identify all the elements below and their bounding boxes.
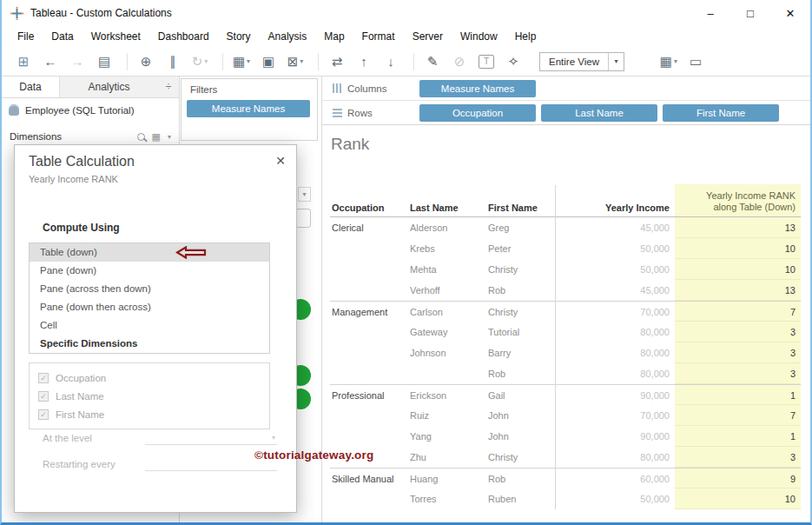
crosstab: Occupation Last Name First Name Yearly I… xyxy=(330,185,801,509)
new-worksheet-icon[interactable]: ▦▾ xyxy=(230,50,253,73)
menu-item-analysis[interactable]: Analysis xyxy=(260,30,316,43)
checkbox-label: Last Name xyxy=(56,391,104,402)
sort-descending-icon[interactable]: ↓ xyxy=(380,50,402,73)
filter-pill-measure-names[interactable]: Measure Names xyxy=(187,100,310,117)
pane-options-icon[interactable]: ÷ xyxy=(158,76,179,97)
window-title: Tableau - Custom Calculations xyxy=(30,7,172,19)
menu-item-format[interactable]: Format xyxy=(353,30,404,43)
checkbox-first-name: ✓ xyxy=(38,409,49,420)
cell-yearly-income[interactable]: 45,000 xyxy=(556,280,675,301)
pause-updates-icon[interactable]: ∥ xyxy=(162,50,184,73)
menu-item-story[interactable]: Story xyxy=(218,30,260,43)
cell-rank[interactable]: 13 xyxy=(675,280,801,301)
cell-yearly-income[interactable]: 50,000 xyxy=(556,238,675,259)
datasource-item[interactable]: Employee (SQL Tutorial) xyxy=(2,98,179,122)
cell-yearly-income[interactable]: 80,000 xyxy=(556,322,675,342)
mark-labels-icon[interactable]: T xyxy=(475,50,498,73)
redo-icon[interactable]: → xyxy=(66,50,89,73)
cell-rank[interactable]: 10 xyxy=(675,259,801,280)
cell-yearly-income[interactable]: 80,000 xyxy=(556,342,675,363)
cell-rank[interactable]: 7 xyxy=(675,302,801,322)
minimize-button[interactable]: – xyxy=(690,0,730,26)
fit-selector[interactable]: Entire View ▾ xyxy=(539,52,624,71)
column-header-yearly-income[interactable]: Yearly Income xyxy=(556,203,675,216)
cell-rank[interactable]: 1 xyxy=(675,426,801,447)
column-header-last-name[interactable]: Last Name xyxy=(410,203,488,216)
presentation-mode-icon[interactable]: ▭ xyxy=(684,50,707,73)
column-header-rank[interactable]: Yearly Income RANK along Table (Down) xyxy=(675,184,801,216)
cell-occupation xyxy=(330,322,410,342)
cell-yearly-income[interactable]: 90,000 xyxy=(556,426,675,447)
cell-yearly-income[interactable]: 50,000 xyxy=(556,488,675,509)
new-datasource-icon[interactable]: ⊕ xyxy=(135,50,157,73)
cell-rank[interactable]: 1 xyxy=(675,385,801,405)
search-icon[interactable] xyxy=(137,133,145,141)
compute-option-pane-down[interactable]: Pane (down) xyxy=(30,262,269,280)
cell-yearly-income[interactable]: 90,000 xyxy=(556,385,675,405)
menu-item-map[interactable]: Map xyxy=(315,30,353,43)
cell-yearly-income[interactable]: 45,000 xyxy=(556,217,675,238)
cell-yearly-income[interactable]: 80,000 xyxy=(556,447,675,468)
rows-pill-first-name[interactable]: First Name xyxy=(663,104,779,122)
cell-rank[interactable]: 3 xyxy=(675,322,801,342)
chevron-down-icon[interactable]: ▾ xyxy=(608,53,624,70)
menu-item-dashboard[interactable]: Dashboard xyxy=(149,30,218,43)
cell-rank[interactable]: 9 xyxy=(675,469,801,488)
cell-yearly-income[interactable]: 70,000 xyxy=(556,405,675,426)
show-me-icon[interactable]: ▦▾ xyxy=(657,50,680,73)
marks-dropdown-caret-icon[interactable]: ▾ xyxy=(298,187,311,202)
cell-yearly-income[interactable]: 50,000 xyxy=(556,259,675,280)
columns-pill-measure-names[interactable]: Measure Names xyxy=(419,80,536,97)
menu-item-window[interactable]: Window xyxy=(452,30,506,43)
dialog-close-icon[interactable]: ✕ xyxy=(275,155,286,167)
toolbar-separator xyxy=(222,53,223,70)
swap-axes-icon[interactable]: ⇄ xyxy=(326,50,348,73)
menu-item-file[interactable]: File xyxy=(9,30,43,43)
close-button[interactable]: ✕ xyxy=(770,0,810,26)
tab-analytics[interactable]: Analytics xyxy=(59,76,158,97)
fix-axes-icon[interactable]: ✧ xyxy=(502,50,525,73)
compute-option-table-down[interactable]: Table (down) xyxy=(30,243,269,262)
menu-item-server[interactable]: Server xyxy=(404,30,452,43)
menu-item-data[interactable]: Data xyxy=(43,30,82,43)
cell-first-name: Gail xyxy=(488,385,556,405)
refresh-icon[interactable]: ↻▾ xyxy=(188,50,211,73)
chevron-down-icon[interactable]: ▾ xyxy=(168,133,171,141)
cell-rank[interactable]: 13 xyxy=(675,217,801,238)
cell-yearly-income[interactable]: 60,000 xyxy=(556,469,675,488)
tab-data[interactable]: Data xyxy=(2,76,59,97)
cell-rank[interactable]: 10 xyxy=(675,238,801,259)
cell-rank[interactable]: 10 xyxy=(675,488,801,509)
compute-option-pane-across-then-down[interactable]: Pane (across then down) xyxy=(30,280,269,298)
cell-rank[interactable]: 3 xyxy=(675,363,801,384)
menu-item-help[interactable]: Help xyxy=(506,30,545,43)
highlight-pen-icon[interactable]: ✎ xyxy=(421,50,444,73)
compute-option-specific-dimensions[interactable]: Specific Dimensions xyxy=(30,335,269,353)
dimension-row-last-name: ✓Last Name xyxy=(30,387,269,405)
tableau-home-icon[interactable]: ⊞ xyxy=(12,50,35,73)
cell-yearly-income[interactable]: 70,000 xyxy=(556,302,675,322)
rows-pill-last-name[interactable]: Last Name xyxy=(541,104,657,122)
clear-sheet-icon[interactable]: ⊠▾ xyxy=(284,50,307,73)
cell-first-name: Christy xyxy=(488,447,556,468)
sort-ascending-icon[interactable]: ↑ xyxy=(353,50,375,73)
menu-item-worksheet[interactable]: Worksheet xyxy=(83,30,149,43)
view-grid-icon[interactable]: ▦ xyxy=(152,131,161,143)
cell-yearly-income[interactable]: 80,000 xyxy=(556,363,675,384)
cell-last-name: Gateway xyxy=(410,322,488,342)
undo-icon[interactable]: ← xyxy=(39,50,62,73)
duplicate-sheet-icon[interactable]: ▣ xyxy=(257,50,280,73)
table-row: Rob80,0003 xyxy=(330,363,801,384)
group-members-icon[interactable]: ⊘ xyxy=(448,50,471,73)
cell-rank[interactable]: 7 xyxy=(675,405,801,426)
cell-rank[interactable]: 3 xyxy=(675,342,801,363)
cell-rank[interactable]: 3 xyxy=(675,447,801,468)
rows-pill-occupation[interactable]: Occupation xyxy=(419,104,536,122)
columns-shelf-pills: Measure Names xyxy=(419,80,541,97)
save-icon[interactable]: ▤ xyxy=(93,50,116,73)
column-header-first-name[interactable]: First Name xyxy=(488,203,556,216)
compute-option-cell[interactable]: Cell xyxy=(30,316,269,335)
maximize-button[interactable]: □ xyxy=(730,0,770,26)
compute-option-pane-down-then-across[interactable]: Pane (down then across) xyxy=(30,298,269,316)
column-header-occupation[interactable]: Occupation xyxy=(330,203,410,216)
